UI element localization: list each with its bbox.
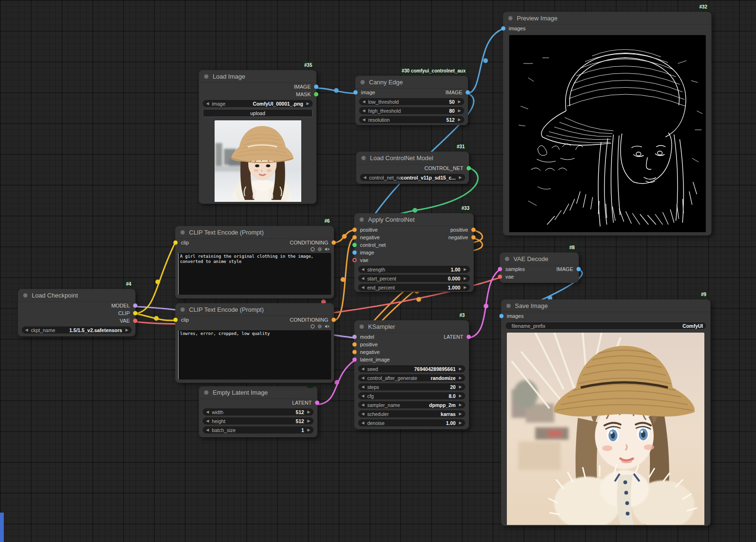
output-slot-dot[interactable] [471, 228, 476, 232]
node-load-image[interactable]: #35 Load Image IMAGE MASK ◀ image ComfyU… [199, 70, 316, 204]
decrement-arrow-icon[interactable]: ◀ [361, 268, 364, 271]
output-slot-dot[interactable] [133, 304, 137, 308]
low-threshold-widget[interactable]: ◀ low_threshold 50 ▶ [359, 98, 464, 105]
output-slot-dot[interactable] [471, 235, 476, 240]
input-slot-dot[interactable] [499, 314, 504, 318]
node-load-checkpoint[interactable]: #4 Load Checkpoint MODEL CLIP VAE ◀ ckpt… [18, 289, 135, 336]
node-preview-image[interactable]: #32 Preview Image images [503, 12, 711, 235]
increment-arrow-icon[interactable]: ▶ [459, 176, 462, 180]
input-slot-dot[interactable] [352, 350, 357, 354]
circle-icon[interactable] [310, 247, 315, 252]
input-slot-dot[interactable] [352, 358, 357, 362]
decrement-arrow-icon[interactable]: ◀ [362, 118, 365, 122]
input-slot-dot[interactable] [352, 235, 357, 240]
increment-arrow-icon[interactable]: ▶ [307, 428, 310, 432]
increment-arrow-icon[interactable]: ▶ [306, 102, 309, 106]
decrement-arrow-icon[interactable]: ◀ [361, 394, 364, 398]
node-apply-controlnet[interactable]: #33 Apply ControlNet positive positive n… [354, 213, 474, 292]
input-slot-dot[interactable] [173, 318, 178, 322]
high-threshold-widget[interactable]: ◀ high_threshold 80 ▶ [359, 107, 464, 114]
steps-widget[interactable]: ◀ steps 20 ▶ [358, 383, 465, 390]
decrement-arrow-icon[interactable]: ◀ [363, 176, 366, 180]
prompt-textarea[interactable]: lowres, error, cropped, low quality [178, 330, 331, 379]
collapse-dot-icon[interactable] [204, 390, 208, 395]
decrement-arrow-icon[interactable]: ◀ [361, 376, 364, 380]
output-slot-dot[interactable] [314, 92, 318, 97]
decrement-arrow-icon[interactable]: ◀ [361, 367, 364, 371]
decrement-arrow-icon[interactable]: ◀ [206, 410, 209, 414]
node-empty-latent-image[interactable]: Empty Latent Image LATENT ◀ width 512 ▶ … [199, 386, 317, 437]
input-slot-dot[interactable] [352, 243, 357, 247]
width-widget[interactable]: ◀ width 512 ▶ [203, 408, 314, 416]
input-slot-dot[interactable] [352, 251, 357, 255]
node-vae-decode[interactable]: #8 VAE Decode samples IMAGE vae [500, 253, 579, 283]
gear-icon[interactable] [317, 247, 322, 252]
decrement-arrow-icon[interactable]: ◀ [206, 419, 209, 423]
input-slot-dot[interactable] [498, 267, 502, 271]
increment-arrow-icon[interactable]: ▶ [126, 328, 128, 332]
collapse-dot-icon[interactable] [180, 230, 185, 235]
output-slot-dot[interactable] [314, 85, 318, 89]
start-percent-widget[interactable]: ◀ start_percent 0.000 ▶ [358, 275, 470, 282]
decrement-arrow-icon[interactable]: ◀ [361, 277, 364, 280]
output-slot-dot[interactable] [315, 401, 319, 405]
increment-arrow-icon[interactable]: ▶ [458, 109, 461, 113]
strength-widget[interactable]: ◀ strength 1.00 ▶ [358, 266, 470, 273]
decrement-arrow-icon[interactable]: ◀ [361, 403, 364, 407]
end-percent-widget[interactable]: ◀ end_percent 1.000 ▶ [358, 284, 470, 291]
node-clip-text-encode-negative[interactable]: CLIP Text Encode (Prompt) clip CONDITION… [175, 303, 334, 383]
collapse-dot-icon[interactable] [506, 304, 511, 308]
collapse-dot-icon[interactable] [23, 293, 27, 298]
decrement-arrow-icon[interactable]: ◀ [361, 412, 364, 416]
node-load-controlnet[interactable]: #31 Load ControlNet Model CONTROL_NET ◀ … [356, 152, 469, 184]
increment-arrow-icon[interactable]: ▶ [459, 385, 462, 389]
graph-canvas[interactable]: #4 Load Checkpoint MODEL CLIP VAE ◀ ckpt… [0, 0, 756, 542]
input-slot-dot[interactable] [498, 275, 502, 279]
decrement-arrow-icon[interactable]: ◀ [362, 109, 365, 113]
circle-icon[interactable] [310, 324, 315, 329]
node-canny-edge[interactable]: #30 comfyui_controlnet_aux Canny Edge im… [355, 76, 468, 125]
filename-prefix-widget[interactable]: filename_prefix ComfyUI [505, 322, 707, 330]
image-file-widget[interactable]: ◀ image ComfyUI_00001_.png ▶ [203, 100, 313, 107]
increment-arrow-icon[interactable]: ▶ [464, 277, 467, 280]
decrement-arrow-icon[interactable]: ◀ [206, 428, 209, 432]
increment-arrow-icon[interactable]: ▶ [458, 118, 461, 122]
speaker-icon[interactable] [324, 324, 330, 329]
increment-arrow-icon[interactable]: ▶ [459, 394, 462, 398]
output-slot-dot[interactable] [467, 166, 471, 171]
resolution-widget[interactable]: ◀ resolution 512 ▶ [359, 116, 464, 123]
node-save-image[interactable]: #9 Save Image images filename_prefix Com… [501, 299, 711, 526]
collapse-dot-icon[interactable] [508, 16, 513, 20]
speaker-icon[interactable] [324, 247, 330, 252]
output-slot-dot[interactable] [332, 318, 336, 322]
output-slot-dot[interactable] [332, 241, 336, 245]
input-slot-dot[interactable] [173, 241, 178, 245]
input-slot-dot[interactable] [353, 90, 358, 95]
input-slot-dot[interactable] [352, 343, 357, 347]
control-after-generate-widget[interactable]: ◀ control_after_generate randomize ▶ [358, 374, 465, 381]
input-slot-dot[interactable] [501, 27, 505, 31]
increment-arrow-icon[interactable]: ▶ [307, 419, 310, 423]
increment-arrow-icon[interactable]: ▶ [458, 100, 461, 104]
output-slot-dot[interactable] [576, 267, 581, 271]
collapse-dot-icon[interactable] [361, 156, 366, 160]
increment-arrow-icon[interactable]: ▶ [459, 376, 462, 380]
output-slot-dot[interactable] [467, 335, 471, 339]
denoise-widget[interactable]: ◀ denoise 1.00 ▶ [358, 419, 465, 426]
sampler-name-widget[interactable]: ◀ sampler_name dpmpp_2m ▶ [358, 401, 465, 408]
increment-arrow-icon[interactable]: ▶ [307, 410, 310, 414]
collapse-dot-icon[interactable] [180, 307, 185, 312]
collapse-dot-icon[interactable] [360, 217, 364, 222]
output-slot-dot[interactable] [133, 311, 137, 316]
decrement-arrow-icon[interactable]: ◀ [361, 385, 364, 389]
input-slot-dot[interactable] [352, 228, 357, 232]
increment-arrow-icon[interactable]: ▶ [459, 421, 462, 425]
decrement-arrow-icon[interactable]: ◀ [25, 328, 28, 332]
ckpt-name-widget[interactable]: ◀ ckpt_name 1.5/1.5_v2.safetensors ▶ [22, 326, 132, 334]
decrement-arrow-icon[interactable]: ◀ [206, 102, 209, 106]
height-widget[interactable]: ◀ height 512 ▶ [203, 417, 314, 425]
cfg-widget[interactable]: ◀ cfg 8.0 ▶ [358, 392, 465, 399]
increment-arrow-icon[interactable]: ▶ [459, 412, 462, 416]
collapse-dot-icon[interactable] [360, 325, 364, 329]
node-title-bar[interactable]: Load Checkpoint [18, 289, 135, 302]
